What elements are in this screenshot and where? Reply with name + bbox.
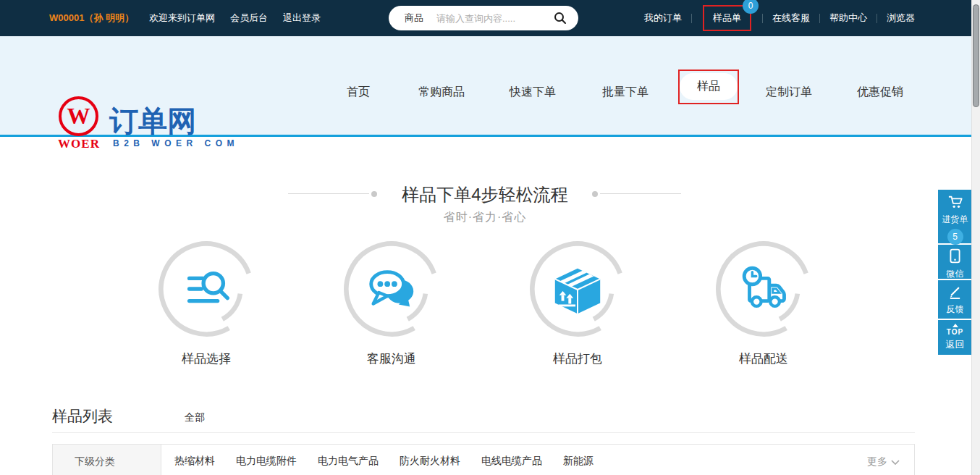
chat-icon xyxy=(363,261,420,318)
category-links: 热缩材料 电力电缆附件 电力电气产品 防火耐火材料 电线电缆产品 新能源 xyxy=(174,445,594,475)
search-list-icon xyxy=(178,261,235,318)
topbar-left: W00001（孙 明明） 欢迎来到订单网 会员后台 退出登录 xyxy=(49,0,321,36)
more-button[interactable]: 更多 xyxy=(867,455,900,468)
page: W00001（孙 明明） 欢迎来到订单网 会员后台 退出登录 商品 我的订单 样… xyxy=(0,0,980,475)
browser-link[interactable]: 浏览器 xyxy=(887,12,915,25)
category-fireproof-materials[interactable]: 防火耐火材料 xyxy=(400,455,460,468)
site-slogan: B2B WOER COM xyxy=(113,138,239,148)
sample-order-badge: 0 xyxy=(743,0,759,14)
step-ring xyxy=(155,238,258,340)
separator xyxy=(819,14,820,23)
step-label: 样品打包 xyxy=(520,350,635,367)
nav-samples[interactable]: 样品 xyxy=(680,73,738,100)
search-icon[interactable] xyxy=(554,12,567,25)
nav-promotions[interactable]: 优惠促销 xyxy=(854,79,906,106)
step-service-communication[interactable]: 客服沟通 xyxy=(334,238,449,367)
pencil-icon xyxy=(948,285,962,299)
process-subtitle: 省时·省力·省心 xyxy=(0,210,970,225)
online-service-link[interactable]: 在线客服 xyxy=(772,12,810,25)
step-ring xyxy=(340,238,443,340)
sample-order-link[interactable]: 样品单 0 xyxy=(703,5,751,31)
step-sample-selection[interactable]: 样品选择 xyxy=(148,238,264,367)
header: W WOER 订单网 B2B WOER COM 首页 常购商品 快速下单 批量下… xyxy=(0,36,980,137)
process-title: 样品下单4步轻松流程 xyxy=(0,183,970,206)
feedback-button[interactable]: 反馈 xyxy=(938,280,972,319)
woer-logo-icon[interactable]: W xyxy=(59,96,98,136)
user-id: W00001（孙 明明） xyxy=(49,12,134,25)
category-power-electric-products[interactable]: 电力电气产品 xyxy=(318,455,379,468)
arrow-up-icon xyxy=(952,324,958,327)
category-row-label: 下级分类 xyxy=(53,445,161,475)
nav-bulk-order[interactable]: 批量下单 xyxy=(599,79,651,106)
back-label: 返回 xyxy=(938,338,972,351)
welcome-text: 欢迎来到订单网 xyxy=(149,12,215,25)
nav-custom-order[interactable]: 定制订单 xyxy=(763,79,815,106)
top-text: TOP xyxy=(938,328,972,336)
scrollbar[interactable] xyxy=(971,0,980,475)
category-wire-cable-products[interactable]: 电线电缆产品 xyxy=(481,455,542,468)
my-orders-link[interactable]: 我的订单 xyxy=(644,12,682,25)
step-sample-delivery[interactable]: 样品配送 xyxy=(706,238,821,367)
wechat-button[interactable]: 微信 xyxy=(938,245,972,279)
sample-order-label: 样品单 xyxy=(713,12,741,23)
site-name[interactable]: 订单网 xyxy=(109,101,196,141)
cart-icon xyxy=(947,195,963,209)
chevron-down-icon xyxy=(891,460,900,465)
woer-logo-text: WOER xyxy=(53,137,105,151)
divider xyxy=(52,432,915,433)
step-ring xyxy=(712,238,815,340)
step-label: 样品配送 xyxy=(706,350,821,367)
search-bar: 商品 xyxy=(389,6,578,30)
wechat-label: 微信 xyxy=(938,268,972,280)
decorative-line xyxy=(288,193,369,194)
scrollbar-thumb[interactable] xyxy=(973,4,979,107)
truck-clock-icon xyxy=(735,261,792,318)
package-icon xyxy=(549,261,606,318)
nav-quick-order[interactable]: 快速下单 xyxy=(507,79,559,106)
decorative-dot xyxy=(592,191,598,197)
search-category-select[interactable]: 商品 xyxy=(405,12,423,25)
category-filter-row: 下级分类 热缩材料 电力电缆附件 电力电气产品 防火耐火材料 电线电缆产品 新能… xyxy=(52,444,915,475)
step-sample-packing[interactable]: 样品打包 xyxy=(520,238,635,367)
mobile-phone-icon xyxy=(950,248,960,264)
category-heat-shrink[interactable]: 热缩材料 xyxy=(174,455,215,468)
nav-frequent-goods[interactable]: 常购商品 xyxy=(415,79,468,106)
purchase-list-label: 进货单 xyxy=(938,214,972,226)
category-new-energy[interactable]: 新能源 xyxy=(563,455,594,468)
step-label: 样品选择 xyxy=(148,350,264,367)
topbar-right-links: 我的订单 样品单 0 在线客服 帮助中心 浏览器 xyxy=(644,0,915,36)
separator xyxy=(691,14,692,23)
tab-all[interactable]: 全部 xyxy=(185,411,205,424)
decorative-line xyxy=(600,193,681,194)
decorative-dot xyxy=(371,191,377,197)
nav-home[interactable]: 首页 xyxy=(344,79,373,106)
logout-link[interactable]: 退出登录 xyxy=(283,12,321,25)
purchase-list-button[interactable]: 进货单 5 xyxy=(938,190,972,243)
step-label: 客服沟通 xyxy=(334,350,449,367)
feedback-label: 反馈 xyxy=(938,303,972,316)
category-power-cable-accessories[interactable]: 电力电缆附件 xyxy=(236,455,297,468)
member-center-link[interactable]: 会员后台 xyxy=(230,12,268,25)
more-label: 更多 xyxy=(867,455,887,468)
step-ring xyxy=(526,238,629,340)
search-input[interactable] xyxy=(436,13,531,24)
separator xyxy=(762,14,763,23)
topbar: W00001（孙 明明） 欢迎来到订单网 会员后台 退出登录 商品 我的订单 样… xyxy=(0,0,980,36)
help-center-link[interactable]: 帮助中心 xyxy=(829,12,867,25)
purchase-list-badge: 5 xyxy=(947,229,963,245)
sample-list-title: 样品列表 xyxy=(52,406,113,426)
separator xyxy=(876,14,877,23)
back-to-top-button[interactable]: TOP 返回 xyxy=(938,320,972,355)
